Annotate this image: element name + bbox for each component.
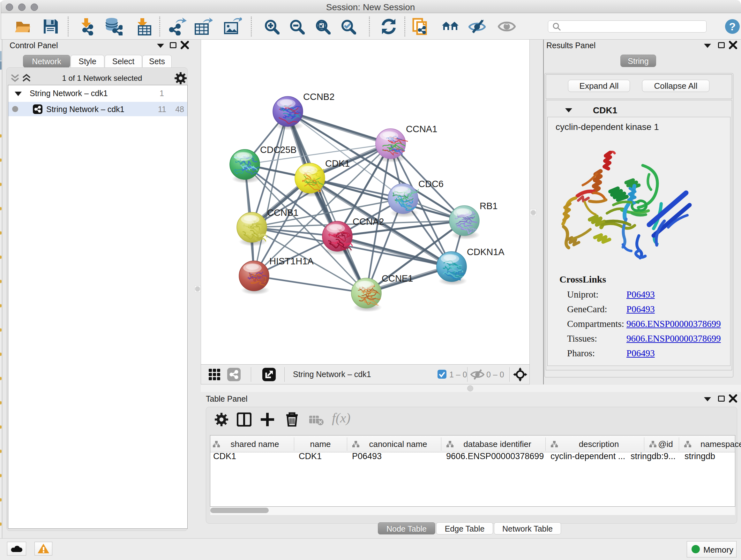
svg-text:CDC6: CDC6 <box>418 179 444 189</box>
svg-text:CCNB1: CCNB1 <box>267 207 298 218</box>
svg-text:HIST1H1A: HIST1H1A <box>269 256 314 266</box>
svg-text:RB1: RB1 <box>480 201 497 211</box>
svg-text:CCNB2: CCNB2 <box>303 91 334 102</box>
svg-text:CCNA2: CCNA2 <box>353 216 384 227</box>
svg-text:CDKN1A: CDKN1A <box>467 247 504 257</box>
svg-text:CCNA1: CCNA1 <box>406 124 437 134</box>
svg-text:CCNE1: CCNE1 <box>382 273 413 284</box>
svg-text:CDC25B: CDC25B <box>260 145 296 155</box>
svg-text:?: ? <box>729 20 736 33</box>
svg-text:CDK1: CDK1 <box>325 159 350 169</box>
